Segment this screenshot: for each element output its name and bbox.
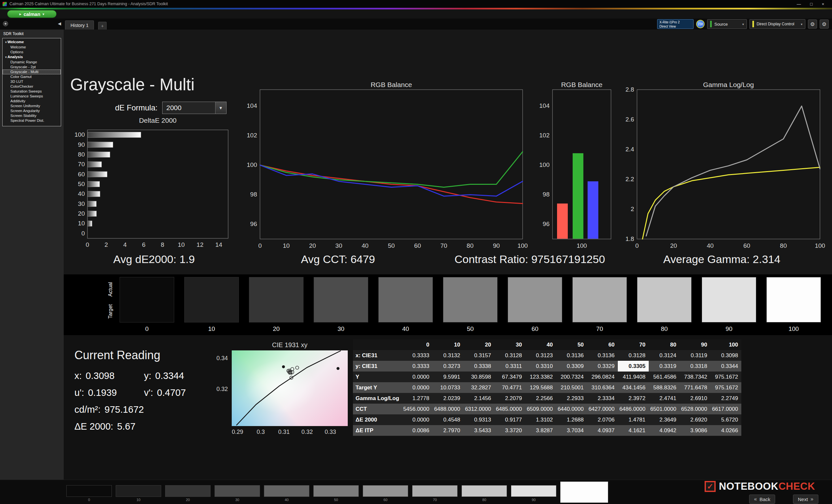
chevron-down-icon: ▾ bbox=[43, 12, 44, 16]
sidebar-item-welcome[interactable]: Welcome bbox=[3, 39, 61, 45]
patch-40[interactable]: 40 bbox=[264, 485, 309, 502]
back-button[interactable]: « Back bbox=[749, 495, 775, 504]
table-cell: 588.8326 bbox=[649, 382, 680, 393]
notebookcheck-watermark: ✓ NOTEBOOKCHECK bbox=[705, 481, 815, 492]
sidebar-item-screen-angularity[interactable]: Screen Angularity bbox=[3, 109, 61, 113]
workflow-gear-icon[interactable]: ⚙ bbox=[820, 20, 829, 29]
calman-logo-text: calman bbox=[23, 11, 40, 17]
bottom-bar: 0102030405060708090 ✓ NOTEBOOKCHECK « Ba… bbox=[0, 480, 832, 504]
sidebar-item-analysis[interactable]: Analysis bbox=[3, 55, 61, 60]
table-cell: 0.3338 bbox=[464, 361, 494, 371]
patch-80[interactable]: 80 bbox=[462, 485, 507, 502]
sidebar-item-saturation-sweeps[interactable]: Saturation Sweeps bbox=[3, 89, 61, 94]
cie-ytick: 0.34 bbox=[216, 355, 228, 362]
patch-30[interactable]: 30 bbox=[214, 485, 260, 502]
table-row-label: Y bbox=[353, 371, 402, 382]
sidebar-item-screen-stability[interactable]: Screen Stability bbox=[3, 113, 61, 118]
cie-xtick: 0.33 bbox=[322, 429, 338, 436]
sidebar-item-colorchecker[interactable]: ColorChecker bbox=[3, 84, 61, 89]
table-col-header: 90 bbox=[680, 339, 710, 350]
svg-text:10: 10 bbox=[283, 242, 290, 249]
calman-menu-button[interactable]: ▸ calman ▾ bbox=[7, 10, 56, 18]
table-cell: 6427.0000 bbox=[587, 404, 618, 414]
table-cell: 771.6478 bbox=[680, 382, 710, 393]
patch-90[interactable]: 90 bbox=[511, 485, 556, 502]
tab-scroll-left-icon[interactable]: ◀ bbox=[58, 21, 61, 26]
sidebar-item-spectral-power-dist-[interactable]: Spectral Power Dist. bbox=[3, 118, 61, 123]
table-cell: 0.3309 bbox=[556, 361, 587, 371]
table-col-header: 20 bbox=[464, 339, 494, 350]
svg-text:2.8: 2.8 bbox=[626, 86, 634, 93]
sidebar-item-grayscale-multi[interactable]: Grayscale - Multi bbox=[3, 69, 61, 74]
minimize-icon[interactable]: — bbox=[797, 2, 801, 6]
display-control-dropdown[interactable]: Direct Display Control ▾ bbox=[750, 19, 805, 29]
table-cell: 30.8598 bbox=[464, 371, 494, 382]
table-cell: 0.3318 bbox=[680, 361, 710, 371]
gamma-chart: Gamma Log/Log1.822.22.42.62.802040608010… bbox=[619, 82, 832, 251]
table-col-header: 60 bbox=[587, 339, 618, 350]
table-cell: 2.2566 bbox=[525, 393, 556, 404]
table-cell: 0.9177 bbox=[494, 414, 525, 425]
display-control-accent-icon bbox=[752, 21, 754, 27]
sidebar-item-options[interactable]: Options bbox=[3, 50, 61, 55]
patch-100[interactable] bbox=[560, 482, 608, 503]
svg-text:2: 2 bbox=[630, 205, 634, 213]
table-cell: 4.1621 bbox=[618, 425, 649, 436]
svg-text:50: 50 bbox=[78, 180, 85, 187]
svg-text:0: 0 bbox=[81, 230, 85, 237]
table-cell: 6488.0000 bbox=[433, 404, 464, 414]
table-cell: 2.2749 bbox=[710, 393, 741, 404]
patch-0[interactable]: 0 bbox=[66, 485, 112, 502]
svg-text:2.6: 2.6 bbox=[626, 116, 634, 123]
meter-device-button[interactable]: X-Rite i1Pro 2 Direct View bbox=[657, 19, 694, 29]
svg-text:70: 70 bbox=[440, 242, 447, 249]
sdr-tree: WelcomeWelcomeOptionsAnalysisDynamic Ran… bbox=[2, 38, 61, 126]
settings-gear-icon[interactable]: ⚙ bbox=[808, 20, 817, 29]
svg-text:96: 96 bbox=[543, 221, 550, 227]
sidebar-item-welcome[interactable]: Welcome bbox=[3, 45, 61, 50]
window-title: Calman 2025 Calman Ultimate for Business… bbox=[9, 2, 168, 6]
table-cell: 0.3311 bbox=[494, 361, 525, 371]
patch-20[interactable]: 20 bbox=[165, 485, 211, 502]
table-cell: 0.3136 bbox=[587, 350, 618, 361]
patch-60[interactable]: 60 bbox=[363, 485, 408, 502]
table-cell: 3.8287 bbox=[525, 425, 556, 436]
svg-text:60: 60 bbox=[78, 171, 85, 178]
sidebar-item-grayscale-2pt[interactable]: Grayscale - 2pt bbox=[3, 65, 61, 69]
sidebar-item-screen-uniformity[interactable]: Screen Uniformity bbox=[3, 104, 61, 109]
svg-text:100: 100 bbox=[815, 242, 825, 249]
sidebar-item-luminance-sweeps[interactable]: Luminance Sweeps bbox=[3, 94, 61, 99]
source-dropdown[interactable]: Source ▾ bbox=[707, 19, 747, 29]
patch-50[interactable]: 50 bbox=[313, 485, 359, 502]
sidebar-item-color-gamut[interactable]: Color Gamut bbox=[3, 74, 61, 79]
svg-text:100: 100 bbox=[247, 161, 257, 168]
tab-history-1[interactable]: History 1 bbox=[65, 21, 94, 30]
de-formula-dropdown[interactable]: 2000 ▼ bbox=[162, 102, 227, 114]
average-gamma-stat: Average Gamma: 2.314 bbox=[663, 253, 780, 265]
sidebar-item-3d-lut[interactable]: 3D LUT bbox=[3, 79, 61, 84]
avg-cct-stat: Avg CCT: 6479 bbox=[301, 253, 375, 265]
cie-xtick: 0.3 bbox=[253, 429, 269, 436]
tab-label: History 1 bbox=[71, 23, 88, 28]
patch-70[interactable]: 70 bbox=[412, 485, 458, 502]
patch-10[interactable]: 10 bbox=[116, 485, 161, 502]
table-cell: 2.2079 bbox=[494, 393, 525, 404]
close-icon[interactable]: × bbox=[822, 2, 824, 6]
add-tab-button[interactable]: + bbox=[98, 22, 107, 30]
sidebar-item-additivity[interactable]: Additivity bbox=[3, 99, 61, 104]
svg-text:40: 40 bbox=[78, 190, 85, 197]
grayscale-swatch-70: 70 bbox=[572, 277, 627, 333]
deltae-chart: DeltaE 200001020304050607080901000246810… bbox=[70, 116, 236, 253]
svg-text:102: 102 bbox=[247, 132, 257, 139]
sidebar-toggle-icon[interactable] bbox=[3, 21, 8, 26]
table-cell: 3.9086 bbox=[680, 425, 710, 436]
cie-xticks: 0.290.30.310.320.33 bbox=[232, 427, 348, 436]
maximize-icon[interactable]: □ bbox=[810, 2, 813, 6]
sidebar-item-dynamic-range[interactable]: Dynamic Range bbox=[3, 60, 61, 65]
svg-text:104: 104 bbox=[247, 102, 257, 109]
table-cell: 67.3479 bbox=[494, 371, 525, 382]
svg-text:20: 20 bbox=[670, 242, 677, 249]
grayscale-swatch-40: 40 bbox=[378, 277, 433, 333]
next-button[interactable]: Next » bbox=[793, 495, 818, 504]
svg-text:2: 2 bbox=[104, 241, 108, 248]
